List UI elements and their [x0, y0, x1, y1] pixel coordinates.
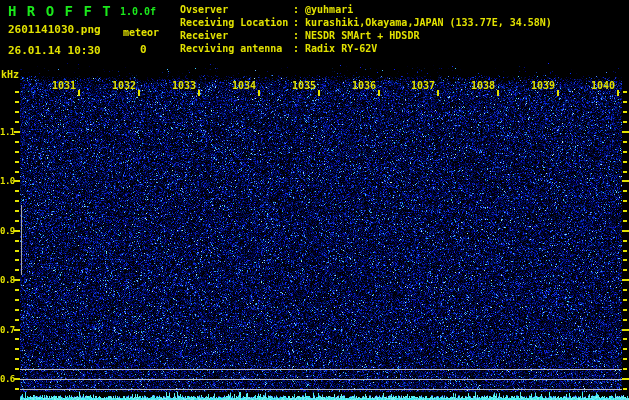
time-tick [497, 90, 499, 96]
freq-tick [15, 210, 19, 212]
freq-tick [623, 358, 627, 360]
hrofft-window: H R O F F T 1.0.0f 2601141030.png 26.01.… [0, 0, 629, 400]
freq-tick [14, 230, 20, 232]
time-tick-label: 1038 [470, 80, 495, 91]
freq-tick [15, 220, 19, 222]
observer-info-block: Ovserver:@yuhmariReceiving Location:kura… [180, 3, 552, 55]
freq-tick [623, 210, 627, 212]
app-title: H R O F F T [8, 3, 112, 19]
freq-tick [15, 111, 19, 113]
freq-tick [622, 329, 629, 331]
freq-tick [623, 91, 627, 93]
time-tick-label: 1034 [231, 80, 256, 91]
time-tick [557, 90, 559, 96]
info-row-2: Receiver:NESDR SMArt + HDSDR [180, 29, 552, 42]
time-tick [617, 90, 619, 96]
time-tick [78, 90, 80, 96]
freq-tick [622, 230, 629, 232]
freq-tick [623, 220, 627, 222]
info-row-0: Ovserver:@yuhmari [180, 3, 552, 16]
freq-tick [623, 289, 627, 291]
time-tick-label: 1031 [51, 80, 76, 91]
freq-tick-label: 0.6 [0, 374, 15, 384]
freq-tick [623, 269, 627, 271]
freq-tick [15, 259, 19, 261]
freq-tick [15, 309, 19, 311]
freq-tick [14, 131, 20, 133]
time-tick [198, 90, 200, 96]
info-label: Ovserver [180, 3, 293, 16]
freq-tick-label: 0.8 [0, 275, 15, 285]
freq-tick [15, 200, 19, 202]
freq-tick [15, 348, 19, 350]
freq-tick [15, 289, 19, 291]
freq-tick [623, 200, 627, 202]
freq-tick [623, 161, 627, 163]
freq-tick [623, 299, 627, 301]
freq-tick [623, 240, 627, 242]
freq-tick [622, 279, 629, 281]
info-row-1: Receiving Location:kurashiki,Okayama,JAP… [180, 16, 552, 29]
info-separator: : [293, 42, 299, 55]
freq-tick [623, 250, 627, 252]
time-tick [437, 90, 439, 96]
freq-tick [623, 121, 627, 123]
time-tick [378, 90, 380, 96]
info-separator: : [293, 3, 299, 16]
freq-tick [14, 180, 20, 182]
freq-tick-label: 1.0 [0, 176, 15, 186]
time-tick-label: 1039 [530, 80, 555, 91]
freq-tick [15, 240, 19, 242]
freq-tick [623, 338, 627, 340]
info-separator: : [293, 29, 299, 42]
time-tick-label: 1037 [410, 80, 435, 91]
freq-tick [14, 279, 20, 281]
freq-tick [15, 338, 19, 340]
freq-tick [15, 171, 19, 173]
freq-tick [623, 171, 627, 173]
info-value: Radix RY-62V [305, 43, 377, 54]
info-value: @yuhmari [305, 4, 353, 15]
freq-tick [15, 358, 19, 360]
spectrogram-canvas [0, 0, 629, 400]
info-value: NESDR SMArt + HDSDR [305, 30, 419, 41]
freq-tick [15, 101, 19, 103]
freq-tick [15, 299, 19, 301]
freq-tick [623, 141, 627, 143]
time-tick [318, 90, 320, 96]
freq-tick-label: 0.7 [0, 325, 15, 335]
meteor-counter-value: 0 [140, 43, 147, 56]
info-row-3: Recviving antenna:Radix RY-62V [180, 42, 552, 55]
time-tick [138, 90, 140, 96]
freq-tick [15, 388, 19, 390]
freq-tick [623, 259, 627, 261]
freq-tick [15, 151, 19, 153]
freq-tick [15, 368, 19, 370]
freq-tick [15, 269, 19, 271]
freq-tick [623, 190, 627, 192]
freq-tick-label: 0.9 [0, 226, 15, 236]
info-label: Receiving Location [180, 16, 293, 29]
info-value: kurashiki,Okayama,JAPAN (133.77E, 34.58N… [305, 17, 552, 28]
info-label: Recviving antenna [180, 42, 293, 55]
freq-tick [14, 329, 20, 331]
freq-tick [623, 368, 627, 370]
time-tick-label: 1036 [351, 80, 376, 91]
freq-tick [15, 121, 19, 123]
info-label: Receiver [180, 29, 293, 42]
time-tick-label: 1035 [291, 80, 316, 91]
app-version: 1.0.0f [120, 6, 156, 17]
output-filename: 2601141030.png [8, 23, 101, 36]
frequency-axis-unit: kHz [1, 69, 19, 80]
meteor-counter-label: meteor [123, 27, 159, 38]
observation-datetime: 26.01.14 10:30 [8, 44, 101, 57]
freq-tick [622, 131, 629, 133]
freq-tick [623, 111, 627, 113]
freq-tick [15, 319, 19, 321]
time-tick-label: 1040 [590, 80, 615, 91]
freq-tick [623, 388, 627, 390]
time-tick [258, 90, 260, 96]
freq-tick [623, 101, 627, 103]
info-separator: : [293, 16, 299, 29]
freq-tick [622, 378, 629, 380]
